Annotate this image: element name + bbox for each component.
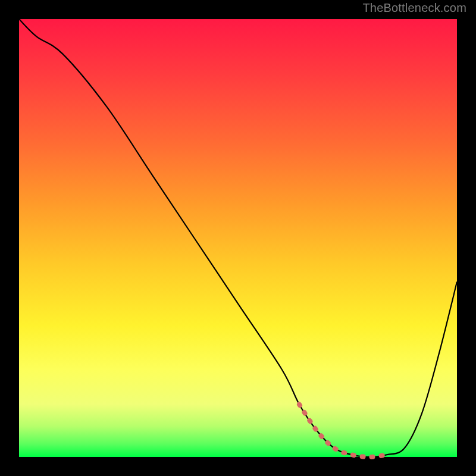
- trough-marker: [299, 405, 387, 457]
- bottleneck-curve: [19, 19, 457, 457]
- attribution-text: TheBottleneck.com: [362, 1, 466, 15]
- chart-frame: TheBottleneck.com: [0, 0, 476, 476]
- plot-area: [19, 19, 457, 457]
- curve-line: [19, 19, 457, 457]
